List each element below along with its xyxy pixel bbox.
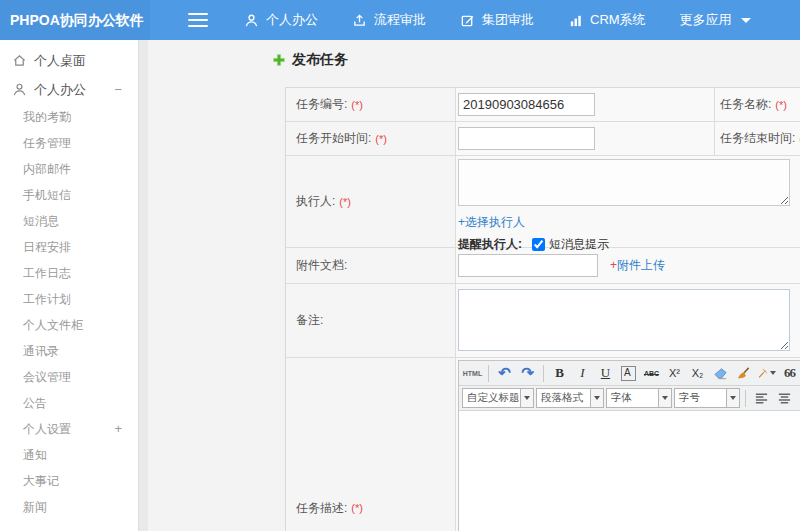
attachment-row: 附件文档: +附件上传 [286,248,800,284]
sidebar-item-desktop[interactable]: 个人桌面 [0,46,138,75]
executor-textarea[interactable] [458,159,790,206]
editor-content[interactable] [459,411,800,531]
publish-task-form: 任务编号:(*) 任务名称:(*) 任务开始时间:(*) 任务结束时间:(*) … [285,87,800,531]
sidebar-item-short-message[interactable]: 短消息 [0,208,138,234]
auto-typeset-button[interactable] [756,363,777,384]
sidebar-item-contacts[interactable]: 通讯录 [0,338,138,364]
custom-heading-select[interactable]: 自定义标题 [462,388,534,408]
choose-executor-link[interactable]: +选择执行人 [458,214,525,231]
nav-workflow-approval[interactable]: 流程审批 [352,11,426,29]
nav-personal-office[interactable]: 个人办公 [244,11,318,29]
required-marker: (*) [351,502,363,514]
sidebar-item-internal-mail[interactable]: 内部邮件 [0,156,138,182]
sidebar-item-work-plan[interactable]: 工作计划 [0,286,138,312]
add-icon [272,53,286,67]
executor-row: 执行人:(*) +选择执行人 提醒执行人: 短消息提示 [286,156,800,248]
remove-format-button[interactable] [710,363,731,384]
app-window: PHPOA协同办公软件 个人办公 流程审批 集团审批 CRM系统 更多应用 [0,0,800,531]
task-number-label: 任务编号:(*) [286,88,456,121]
font-family-select[interactable]: 字体 [606,388,672,408]
sidebar-item-personal-office[interactable]: 个人办公 − [0,75,138,104]
chevron-down-icon [658,388,672,408]
sidebar: 个人桌面 个人办公 − 我的考勤 任务管理 内部邮件 手机短信 短消息 日程安排… [0,40,139,531]
start-time-row: 任务开始时间:(*) 任务结束时间:(*) [286,122,800,156]
required-marker: (*) [339,196,351,208]
nav-more-apps[interactable]: 更多应用 [680,11,751,29]
sidebar-item-mobile-sms[interactable]: 手机短信 [0,182,138,208]
sidebar-item-file-cabinet[interactable]: 个人文件柜 [0,312,138,338]
superscript-button[interactable]: X² [664,363,685,384]
sidebar-item-major-events[interactable]: 大事记 [0,468,138,494]
sidebar-item-task-management[interactable]: 任务管理 [0,130,138,156]
sidebar-item-work-log[interactable]: 工作日志 [0,260,138,286]
chevron-down-icon [770,371,776,375]
top-navbar: PHPOA协同办公软件 个人办公 流程审批 集团审批 CRM系统 更多应用 [0,0,800,40]
bold-button[interactable]: B [549,363,570,384]
html-source-button[interactable]: HTML [462,363,483,384]
align-center-icon [777,391,792,406]
sidebar-item-attendance[interactable]: 我的考勤 [0,104,138,130]
align-left-button[interactable] [751,388,772,409]
menu-toggle-icon[interactable] [188,13,208,27]
sidebar-item-notice[interactable]: 通知 [0,442,138,468]
redo-button[interactable]: ↷ [517,363,538,384]
top-nav: 个人办公 流程审批 集团审批 CRM系统 更多应用 [244,11,751,29]
remark-row: 备注: [286,284,800,358]
blockquote-button[interactable]: 66 [779,363,800,384]
nav-label: 个人办公 [266,11,318,29]
edit-icon [460,13,475,28]
app-logo: PHPOA协同办公软件 [0,0,150,40]
rich-text-editor: HTML ↶ ↷ B I U A ABC X² X₂ [458,360,800,531]
end-time-label: 任务结束时间:(*) [715,122,800,155]
required-marker: (*) [775,99,787,111]
sidebar-item-personal-settings[interactable]: 个人设置+ [0,416,138,442]
sidebar-item-schedule[interactable]: 日程安排 [0,234,138,260]
paragraph-format-select[interactable]: 段落格式 [536,388,604,408]
required-marker: (*) [375,133,387,145]
font-size-select[interactable]: 字号 [674,388,740,408]
underline-button[interactable]: U [595,363,616,384]
executor-label: 执行人:(*) [286,156,456,247]
italic-button[interactable]: I [572,363,593,384]
workflow-icon [352,13,367,28]
sidebar-item-news[interactable]: 新闻 [0,494,138,520]
font-style-button[interactable]: A [621,366,636,381]
person-icon [12,82,27,97]
strikethrough-button[interactable]: ABC [641,363,662,384]
format-brush-button[interactable] [733,363,754,384]
attachment-input[interactable] [458,254,598,277]
bar-chart-icon [568,13,583,28]
start-time-input[interactable] [458,127,595,150]
undo-button[interactable]: ↶ [494,363,515,384]
nav-label: 流程审批 [374,11,426,29]
sidebar-item-label: 个人桌面 [34,52,86,70]
eraser-icon [713,366,728,381]
description-label: 任务描述:(*) [286,358,456,531]
expand-icon[interactable]: + [114,416,122,442]
editor-toolbar-row2: 自定义标题 段落格式 字体 字号 [459,386,800,411]
remark-textarea[interactable] [458,289,790,351]
task-number-row: 任务编号:(*) 任务名称:(*) [286,88,800,122]
required-marker: (*) [351,99,363,111]
nav-label: 更多应用 [680,11,732,29]
description-row: 任务描述:(*) HTML ↶ ↷ B I U A ABC X² [286,358,800,531]
subscript-button[interactable]: X₂ [687,363,708,384]
align-center-button[interactable] [774,388,795,409]
task-number-input[interactable] [458,93,595,116]
sidebar-item-announcement[interactable]: 公告 [0,390,138,416]
nav-crm-system[interactable]: CRM系统 [568,11,646,29]
remark-label: 备注: [286,284,456,357]
chevron-down-icon [520,388,534,408]
sidebar-item-meeting-management[interactable]: 会议管理 [0,364,138,390]
chevron-down-icon [590,388,604,408]
broom-icon [736,366,751,381]
chevron-down-icon [741,18,751,23]
chevron-down-icon [726,388,740,408]
editor-toolbar-row1: HTML ↶ ↷ B I U A ABC X² X₂ [459,361,800,386]
align-left-icon [754,391,769,406]
nav-group-approval[interactable]: 集团审批 [460,11,534,29]
start-time-label: 任务开始时间:(*) [286,122,456,155]
magic-wand-icon [757,366,768,381]
attachment-upload-link[interactable]: +附件上传 [610,257,665,274]
collapse-icon[interactable]: − [114,82,122,97]
